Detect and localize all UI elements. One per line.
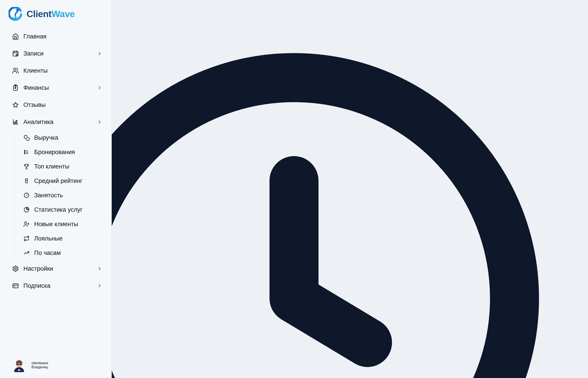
- rows-icon: [23, 149, 30, 155]
- sidebar-item-label: Финансы: [23, 84, 49, 91]
- sidebar-item-label: Выручка: [34, 134, 58, 141]
- chevron-right-icon: [97, 85, 102, 90]
- sidebar: ClientWave ГлавнаяЗаписиКлиентыФинансыОт…: [0, 0, 112, 378]
- medal-icon: [23, 178, 30, 184]
- sidebar-item-appointments[interactable]: Записи: [0, 45, 111, 62]
- trophy-icon: [23, 163, 30, 170]
- sidebar-item-occupancy[interactable]: Занятость: [0, 188, 111, 202]
- sidebar-item-reviews[interactable]: Отзывы: [0, 96, 111, 113]
- sidebar-item-label: Подписка: [23, 282, 50, 289]
- clientwave-logo-icon: [9, 7, 23, 21]
- user-plus-icon: [23, 221, 30, 227]
- sidebar-item-service-stats[interactable]: Статистика услуг: [0, 202, 111, 217]
- sidebar-item-label: Клиенты: [23, 67, 48, 74]
- submenu-guide-line: [14, 131, 14, 260]
- app-logo[interactable]: ClientWave: [0, 0, 111, 28]
- users-icon: [12, 67, 19, 74]
- chevron-right-icon: [97, 283, 102, 288]
- sidebar-item-analytics[interactable]: Аналитика: [0, 113, 111, 131]
- sidebar-item-label: Настройки: [23, 265, 53, 272]
- repeat-icon: [23, 235, 30, 242]
- app-name: ClientWave: [26, 9, 75, 19]
- sidebar-item-label: Средний рейтинг: [34, 177, 82, 185]
- gear-icon: [12, 265, 19, 272]
- gauge-icon: [23, 192, 30, 198]
- user-role: Владелец: [31, 365, 48, 369]
- sidebar-item-label: Аналитика: [23, 119, 53, 126]
- chevron-right-icon: [97, 119, 102, 125]
- user-name: clientwave: [31, 361, 48, 365]
- sidebar-item-finances[interactable]: Финансы: [0, 79, 111, 96]
- sidebar-item-revenue[interactable]: Выручка: [0, 131, 111, 145]
- page-root: ClientWave ГлавнаяЗаписиКлиентыФинансыОт…: [0, 0, 588, 378]
- sidebar-nav: ГлавнаяЗаписиКлиентыФинансыОтзывыАналити…: [0, 28, 111, 294]
- user-profile[interactable]: clientwave Владелец: [0, 358, 111, 372]
- sidebar-item-clients[interactable]: Клиенты: [0, 62, 111, 79]
- sidebar-item-label: Записи: [23, 50, 44, 57]
- chevron-right-icon: [97, 51, 102, 56]
- credit-card-icon: [12, 282, 19, 289]
- sidebar-item-label: Лояльные: [34, 235, 63, 242]
- sidebar-item-loyal[interactable]: Лояльные: [0, 231, 111, 246]
- sidebar-item-new-clients[interactable]: Новые клиенты: [0, 217, 111, 231]
- sidebar-item-label: Статистика услуг: [34, 206, 82, 213]
- pie-chart-icon: [23, 207, 30, 213]
- sidebar-item-label: Новые клиенты: [34, 221, 78, 228]
- sidebar-item-label: Бронирования: [34, 149, 75, 156]
- sidebar-item-home[interactable]: Главная: [0, 28, 111, 45]
- sidebar-item-label: Главная: [23, 33, 47, 40]
- sidebar-item-label: По часам: [34, 250, 61, 256]
- sidebar-item-settings[interactable]: Настройки: [0, 260, 111, 277]
- sidebar-item-bookings[interactable]: Бронирования: [0, 145, 111, 159]
- home-icon: [12, 33, 19, 40]
- star-icon: [12, 101, 19, 108]
- coins-icon: [23, 135, 30, 141]
- sidebar-item-avg-rating[interactable]: Средний рейтинг: [0, 174, 111, 188]
- avatar: [12, 358, 26, 372]
- sidebar-item-by-hours[interactable]: По часам: [0, 246, 111, 260]
- sidebar-item-label: Топ клиенты: [34, 163, 69, 170]
- calendar-check-icon: [12, 50, 19, 57]
- sidebar-item-top-clients[interactable]: Топ клиенты: [0, 159, 111, 174]
- chevron-right-icon: [97, 266, 102, 271]
- sidebar-item-subscription[interactable]: Подписка: [0, 277, 111, 294]
- sidebar-item-label: Отзывы: [23, 101, 46, 108]
- user-info: clientwave Владелец: [31, 361, 48, 369]
- bar-chart-icon: [12, 119, 19, 125]
- receipt-icon: [12, 84, 19, 91]
- sidebar-item-label: Занятость: [34, 192, 63, 199]
- trending-up-icon: [23, 250, 30, 256]
